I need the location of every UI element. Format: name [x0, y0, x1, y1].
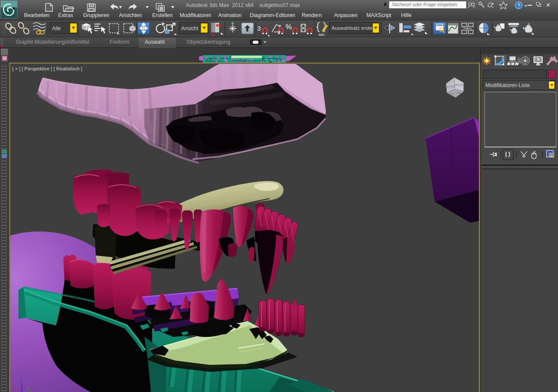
svg-text:?: ? [517, 3, 520, 9]
svg-text:3: 3 [257, 24, 261, 32]
svg-text:%: % [286, 23, 292, 31]
svg-text:Alle: Alle [52, 25, 61, 32]
svg-text:Ansicht: Ansicht [181, 25, 199, 32]
svg-text:Auswahlsatz erstelle: Auswahlsatz erstelle [331, 25, 377, 31]
svg-text:ABC: ABC [318, 33, 325, 37]
